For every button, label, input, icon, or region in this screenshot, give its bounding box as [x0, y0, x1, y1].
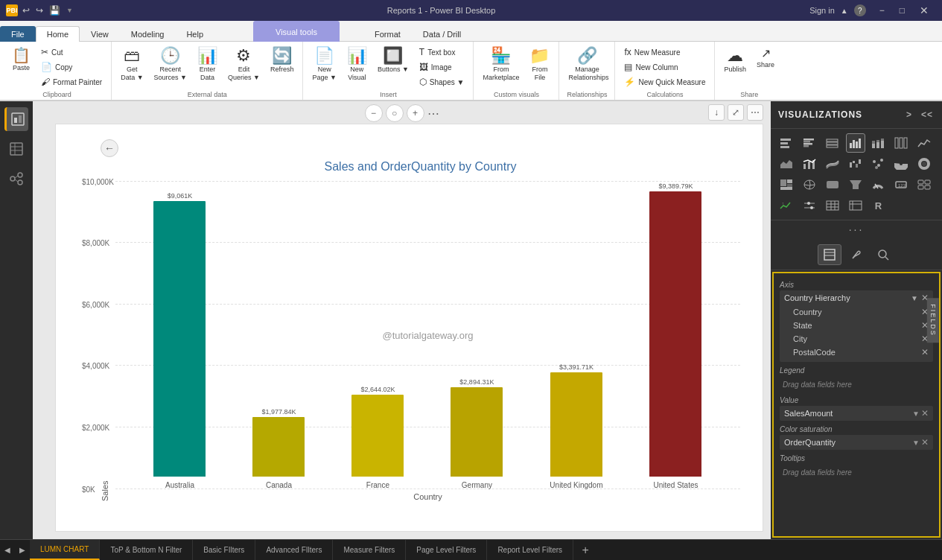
viz-pie-chart[interactable] — [891, 154, 911, 174]
bar-rect-canada[interactable] — [252, 417, 305, 477]
maximize-btn[interactable]: □ — [892, 0, 912, 21]
from-file-button[interactable]: 📁 FromFile — [525, 45, 554, 85]
tab-help[interactable]: Help — [175, 26, 214, 42]
visual-tools-tab[interactable]: Visual tools — [253, 21, 340, 42]
viz-more-btn[interactable]: ··· — [843, 222, 871, 237]
canvas-expand-btn[interactable]: ⤢ — [728, 104, 744, 121]
viz-treemap[interactable] — [777, 175, 796, 194]
edit-queries-button[interactable]: ⚙ EditQueries ▼ — [223, 45, 264, 85]
viz-kpi[interactable]: ↑ — [777, 196, 796, 215]
save-btn[interactable]: 💾 — [49, 5, 60, 16]
viz-100-stacked-bar[interactable] — [823, 133, 842, 153]
from-marketplace-button[interactable]: 🏪 FromMarketplace — [478, 45, 523, 85]
canvas-options-btn[interactable]: ⋯ — [747, 104, 763, 121]
undo-btn[interactable]: ↩ — [22, 5, 30, 16]
viz-area-chart[interactable] — [777, 154, 796, 174]
viz-stacked-bar[interactable] — [777, 133, 796, 153]
tab-modeling[interactable]: Modeling — [120, 26, 176, 42]
viz-multi-row-card[interactable] — [914, 175, 934, 194]
next-page-btn[interactable]: ▶ — [15, 540, 30, 560]
model-view-btn[interactable] — [4, 167, 28, 191]
remove-order-quantity[interactable]: ▼ ✕ — [912, 437, 929, 448]
report-view-btn[interactable] — [4, 107, 28, 131]
viz-r-script[interactable]: R — [868, 196, 888, 215]
paste-button[interactable]: 📋 Paste — [7, 45, 35, 75]
panel-collapse-btn[interactable]: << — [920, 107, 935, 122]
viz-scatter-chart[interactable] — [868, 154, 888, 174]
tab-basic-filters[interactable]: Basic FIlters — [193, 540, 255, 560]
get-data-button[interactable]: 🗃 GetData ▼ — [116, 45, 147, 85]
fields-side-label[interactable]: FIELDS — [927, 298, 939, 343]
viz-filled-map[interactable] — [823, 175, 842, 194]
remove-sales-amount-x[interactable]: ✕ — [921, 408, 929, 419]
viz-line-chart[interactable] — [914, 133, 934, 153]
tab-view[interactable]: View — [80, 26, 120, 42]
viz-map[interactable] — [800, 175, 819, 194]
enter-data-button[interactable]: 📊 EnterData — [193, 45, 222, 85]
help-btn[interactable]: ? — [854, 4, 866, 16]
viz-gauge[interactable] — [868, 175, 888, 194]
viz-waterfall[interactable] — [846, 154, 865, 174]
viz-matrix[interactable] — [846, 196, 865, 215]
remove-postalcode-btn[interactable]: ✕ — [921, 347, 929, 357]
prev-page-btn[interactable]: ◀ — [0, 540, 15, 560]
hierarchy-header[interactable]: Country Hierarchy ▼ ✕ — [780, 290, 933, 305]
new-visual-button[interactable]: 📊 NewVisual — [343, 45, 372, 85]
bar-rect-us[interactable] — [649, 191, 701, 477]
tab-page-level[interactable]: Page Level Filters — [406, 540, 487, 560]
canvas-more-btn[interactable]: ⋯ — [427, 106, 439, 121]
tab-top-bottom[interactable]: ToP & Bottom N Filter — [100, 540, 193, 560]
tab-data-drill[interactable]: Data / Drill — [412, 26, 472, 42]
new-page-button[interactable]: 📄 NewPage ▼ — [308, 45, 340, 85]
viz-stacked-column[interactable] — [868, 133, 888, 153]
publish-button[interactable]: ☁ Publish — [719, 45, 751, 77]
viz-slicer[interactable] — [800, 196, 819, 215]
canvas-download-btn[interactable]: ↓ — [708, 104, 725, 121]
new-measure-button[interactable]: fx New Measure — [620, 45, 710, 59]
zoom-in-btn[interactable]: + — [407, 104, 424, 122]
viz-ribbon-chart[interactable] — [823, 154, 842, 174]
field-sales-amount[interactable]: SalesAmount ▼ ✕ — [780, 406, 933, 421]
signin-btn[interactable]: Sign in — [809, 6, 835, 15]
format-painter-button[interactable]: 🖌 Format Painter — [36, 75, 106, 89]
viz-100-stacked-column[interactable] — [891, 133, 911, 153]
bar-rect-france[interactable] — [351, 395, 404, 477]
viz-clustered-column[interactable] — [846, 133, 865, 153]
panel-expand-btn[interactable]: > — [902, 107, 917, 122]
tab-advanced-filters[interactable]: Advanced FIlters — [255, 540, 333, 560]
remove-sales-amount[interactable]: ▼ ✕ — [912, 408, 929, 419]
bar-rect-uk[interactable] — [550, 372, 602, 477]
zoom-out-btn[interactable]: − — [365, 104, 383, 122]
expand-btn[interactable]: ▲ — [841, 7, 848, 15]
add-page-btn[interactable]: + — [575, 540, 596, 560]
viz-clustered-bar[interactable] — [800, 133, 819, 153]
fields-panel[interactable]: Axis Country Hierarchy ▼ ✕ Country ✕ — [772, 272, 941, 538]
new-quick-measure-button[interactable]: ⚡ New Quick Measure — [620, 75, 710, 89]
shapes-button[interactable]: ⬡ Shapes ▼ — [415, 75, 469, 89]
fields-tab-btn[interactable] — [818, 244, 841, 265]
bar-rect-australia[interactable] — [153, 201, 206, 477]
analytics-tab-btn[interactable] — [871, 244, 895, 265]
share-button[interactable]: ↗ Share — [752, 45, 779, 72]
tab-lumn-chart[interactable]: LUMN CHART — [30, 540, 100, 560]
viz-table[interactable] — [823, 196, 842, 215]
refresh-button[interactable]: 🔄 Refresh — [266, 45, 299, 77]
viz-donut[interactable] — [914, 154, 934, 174]
copy-button[interactable]: 📄 Copy — [36, 60, 106, 74]
cut-button[interactable]: ✂ Cut — [36, 45, 106, 59]
remove-order-quantity-x[interactable]: ✕ — [921, 437, 929, 448]
tab-measure-filters[interactable]: Measure Filters — [333, 540, 406, 560]
viz-funnel[interactable] — [846, 175, 865, 194]
tab-format[interactable]: Format — [363, 26, 412, 42]
text-box-button[interactable]: T Text box — [415, 45, 469, 59]
image-button[interactable]: 🖼 Image — [415, 60, 469, 74]
buttons-button[interactable]: 🔲 Buttons ▼ — [373, 45, 413, 77]
recent-sources-button[interactable]: 🕒 RecentSources ▼ — [150, 45, 191, 85]
viz-line-and-stacked[interactable] — [800, 154, 819, 174]
viz-card[interactable]: 123 — [891, 175, 911, 194]
field-order-quantity[interactable]: OrderQuantity ▼ ✕ — [780, 435, 933, 450]
tab-file[interactable]: File — [0, 26, 36, 42]
bar-rect-germany[interactable] — [451, 387, 503, 477]
data-view-btn[interactable] — [4, 137, 28, 161]
new-column-button[interactable]: ▤ New Column — [620, 60, 710, 74]
